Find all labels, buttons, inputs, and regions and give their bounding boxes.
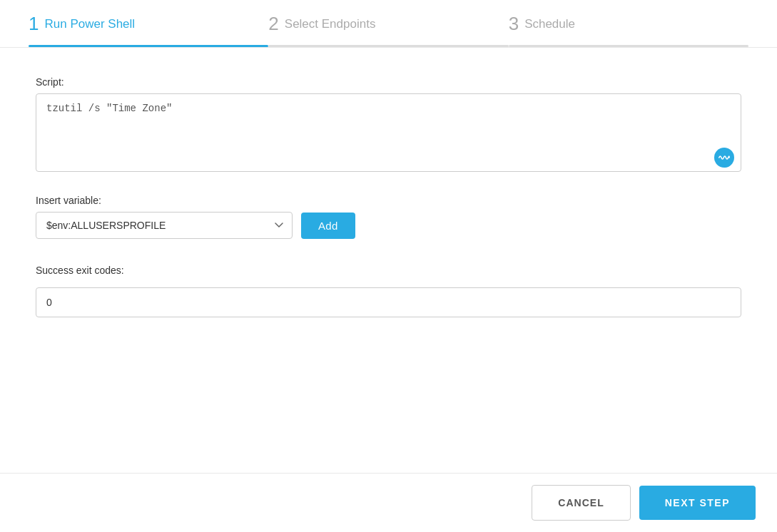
step-2-label: Select Endpoints bbox=[285, 17, 376, 31]
step-2-underline bbox=[268, 45, 508, 47]
exit-codes-label: Success exit codes: bbox=[36, 265, 741, 276]
exit-codes-section: Success exit codes: bbox=[36, 265, 741, 317]
step-1[interactable]: 1 Run Power Shell bbox=[29, 13, 268, 47]
step-1-label: Run Power Shell bbox=[44, 17, 135, 31]
insert-variable-label: Insert variable: bbox=[36, 195, 741, 206]
insert-variable-section: Insert variable: $env:ALLUSERSPROFILE Ad… bbox=[36, 195, 741, 239]
cancel-button[interactable]: CANCEL bbox=[532, 485, 630, 521]
step-3-underline bbox=[509, 45, 748, 47]
add-button[interactable]: Add bbox=[301, 213, 355, 239]
main-content: Script: Insert variable: $env:ALLUSERSPR… bbox=[0, 48, 777, 473]
footer: CANCEL NEXT STEP bbox=[0, 473, 777, 532]
next-step-button[interactable]: NEXT STEP bbox=[639, 486, 756, 520]
script-label: Script: bbox=[36, 76, 741, 88]
step-3-number: 3 bbox=[509, 13, 519, 35]
script-wave-icon[interactable] bbox=[714, 148, 734, 168]
exit-codes-input[interactable] bbox=[36, 287, 741, 317]
script-section: Script: bbox=[36, 76, 741, 175]
step-2[interactable]: 2 Select Endpoints bbox=[268, 13, 508, 47]
script-input[interactable] bbox=[36, 93, 741, 172]
step-3[interactable]: 3 Schedule bbox=[509, 13, 748, 47]
step-1-underline bbox=[29, 45, 268, 47]
variable-select[interactable]: $env:ALLUSERSPROFILE bbox=[36, 212, 293, 239]
step-2-number: 2 bbox=[268, 13, 278, 35]
script-textarea-wrapper bbox=[36, 93, 741, 175]
step-3-label: Schedule bbox=[524, 17, 575, 31]
stepper: 1 Run Power Shell 2 Select Endpoints 3 S… bbox=[0, 0, 777, 48]
insert-variable-row: $env:ALLUSERSPROFILE Add bbox=[36, 212, 741, 239]
step-1-number: 1 bbox=[29, 13, 39, 35]
script-container bbox=[36, 93, 741, 175]
